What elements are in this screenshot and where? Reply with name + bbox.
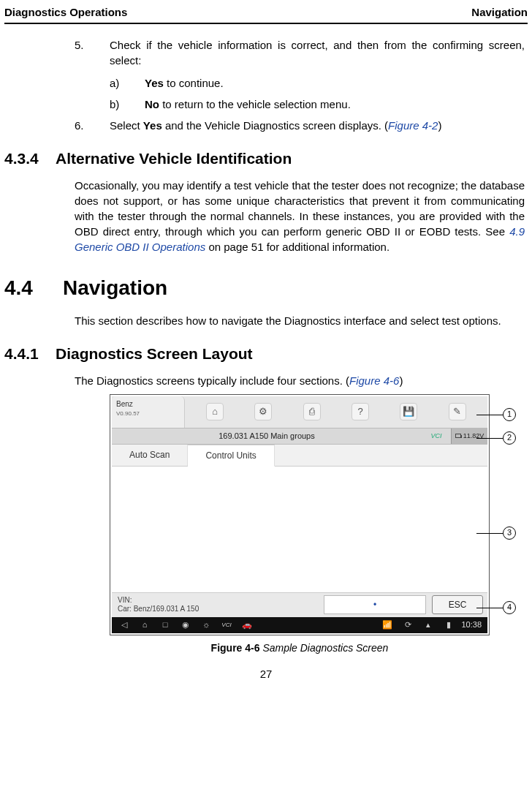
paragraph-4-4: This section describes how to navigate t… (75, 313, 525, 328)
heading-4-3-4: 4.3.4 Alternative Vehicle Identification (4, 148, 528, 169)
clock: 10:38 (461, 619, 483, 630)
substep-text: Yes to continue. (145, 75, 525, 91)
page-dots: • (324, 595, 426, 614)
brand-version: V0.90.57 (116, 409, 180, 418)
battery-icon (455, 434, 461, 438)
figure-text: Sample Diagnostics Screen (260, 642, 389, 654)
settings-icon[interactable]: ⚙ (254, 403, 272, 420)
step-number: 5. (75, 37, 110, 68)
text-mid: and the Vehicle Diagnostics screen displ… (162, 119, 388, 132)
vehicle-info: VIN: Car: Benz/169.031 A 150 (112, 594, 324, 616)
save-icon[interactable]: 💾 (400, 403, 417, 420)
system-bar: ◁ ⌂ □ ◉ ☼ VCI 🚗 📶 ⟳ ▴ ▮ 10:38 (112, 617, 487, 633)
home-sys-icon[interactable]: ⌂ (137, 619, 153, 631)
figure-caption: Figure 4-6 Sample Diagnostics Screen (75, 641, 525, 656)
upload-icon: ▴ (420, 619, 436, 631)
step-text: Select Yes and the Vehicle Diagnostics s… (110, 118, 525, 133)
paragraph-4-4-1: The Diagnostics screens typically includ… (75, 373, 525, 388)
footer-info: VIN: Car: Benz/169.031 A 150 • ESC (112, 592, 487, 617)
substep-rest: to return to the vehicle selection menu. (159, 98, 351, 110)
yes-label: Yes (145, 77, 164, 89)
paragraph-4-3-4: Occasionally, you may identify a test ve… (75, 178, 525, 254)
substep-letter: b) (110, 97, 145, 112)
brightness-icon[interactable]: ☼ (198, 619, 214, 631)
diagnostics-screenshot: Benz V0.90.57 ⌂ ⚙ ⎙ ? 💾 ✎ 169.031 A150 M… (110, 394, 490, 635)
car-label: Car: Benz/169.031 A 150 (118, 605, 318, 613)
print-icon[interactable]: ⎙ (303, 403, 321, 420)
heading-title: Navigation (63, 273, 167, 302)
callout-label: 2 (503, 431, 516, 445)
para-pre: Occasionally, you may identify a test ve… (75, 179, 525, 238)
no-label: No (145, 98, 159, 110)
page-number: 27 (4, 666, 528, 681)
step-number: 6. (75, 118, 110, 133)
vin-label: VIN: (118, 596, 318, 605)
help-icon[interactable]: ? (352, 403, 369, 420)
page-header: Diagnostics Operations Navigation (4, 3, 528, 24)
heading-title: Diagnostics Screen Layout (56, 343, 253, 364)
home-icon[interactable]: ⌂ (206, 403, 224, 420)
main-content-area (112, 467, 487, 592)
tab-control-units[interactable]: Control Units (188, 445, 274, 467)
callout-label: 1 (503, 408, 516, 421)
step-6: 6. Select Yes and the Vehicle Diagnostic… (75, 118, 525, 133)
tabs-row: Auto Scan Control Units (112, 445, 487, 467)
header-right: Navigation (471, 4, 528, 20)
para-pre: The Diagnostics screens typically includ… (75, 374, 349, 387)
battery-sys-icon: ▮ (441, 619, 457, 631)
heading-number: 4.4.1 (4, 343, 56, 364)
step-text: Check if the vehicle information is corr… (110, 37, 525, 68)
toolbar: Benz V0.90.57 ⌂ ⚙ ⎙ ? 💾 ✎ (112, 396, 487, 428)
callout-label: 3 (503, 526, 516, 540)
car-icon[interactable]: 🚗 (239, 619, 255, 631)
recent-icon[interactable]: □ (157, 619, 173, 631)
step-5b: b) No to return to the vehicle selection… (110, 97, 525, 112)
figure-label: Figure 4-6 (211, 642, 260, 654)
figure-4-6: Benz V0.90.57 ⌂ ⚙ ⎙ ? 💾 ✎ 169.031 A150 M… (75, 394, 525, 656)
step-5a: a) Yes to continue. (110, 75, 525, 91)
substep-rest: to continue. (164, 77, 224, 89)
para-post: ) (399, 374, 403, 387)
battery-voltage: 11.82V (463, 431, 484, 441)
tab-auto-scan[interactable]: Auto Scan (112, 445, 188, 466)
header-left: Diagnostics Operations (4, 4, 127, 20)
heading-number: 4.3.4 (4, 148, 56, 169)
figure-4-6-link[interactable]: Figure 4-6 (349, 374, 399, 387)
brand-tab[interactable]: Benz V0.90.57 (112, 396, 185, 428)
battery-indicator: 11.82V (451, 428, 487, 444)
status-title: 169.031 A150 Main groups (112, 431, 422, 442)
brand-name: Benz (116, 399, 180, 409)
substep-text: No to return to the vehicle selection me… (145, 97, 525, 112)
vci-sys-icon[interactable]: VCI (218, 619, 235, 631)
heading-number: 4.4 (4, 273, 63, 302)
substep-letter: a) (110, 75, 145, 91)
back-icon[interactable]: ◁ (116, 619, 132, 631)
text-post: ) (438, 119, 441, 132)
wifi-icon: 📶 (379, 619, 395, 631)
sync-icon: ⟳ (400, 619, 416, 631)
esc-button[interactable]: ESC (432, 595, 483, 614)
camera-icon[interactable]: ◉ (178, 619, 194, 631)
edit-icon[interactable]: ✎ (449, 403, 466, 420)
figure-4-2-link[interactable]: Figure 4-2 (388, 119, 438, 132)
yes-label: Yes (143, 119, 162, 132)
vci-indicator: VCI (422, 431, 451, 441)
callout-label: 4 (503, 601, 516, 614)
page-dot: • (373, 599, 376, 611)
heading-4-4: 4.4 Navigation (4, 273, 528, 302)
toolbar-buttons: ⌂ ⚙ ⎙ ? 💾 ✎ (185, 396, 487, 428)
step-5: 5. Check if the vehicle information is c… (75, 37, 525, 68)
status-bar: 169.031 A150 Main groups VCI 11.82V (112, 428, 487, 445)
para-post: on page 51 for additional information. (205, 241, 390, 253)
text-pre: Select (110, 119, 143, 132)
heading-4-4-1: 4.4.1 Diagnostics Screen Layout (4, 343, 528, 364)
heading-title: Alternative Vehicle Identification (56, 148, 292, 169)
